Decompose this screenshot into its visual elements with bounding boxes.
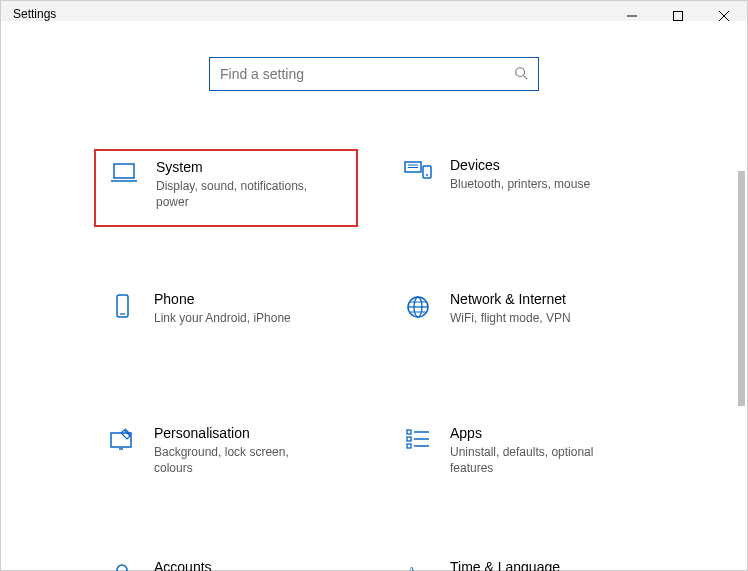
tile-text: Devices Bluetooth, printers, mouse: [438, 157, 590, 192]
tile-title: System: [156, 159, 324, 175]
content-area: System Display, sound, notifications, po…: [1, 21, 747, 571]
tile-time-language[interactable]: A字 Time & Language Speech, region, date: [390, 551, 654, 571]
minimize-icon: [627, 11, 637, 21]
window-title: Settings: [13, 1, 56, 21]
svg-line-5: [524, 75, 528, 79]
tile-text: Time & Language Speech, region, date: [438, 559, 561, 571]
tile-desc: Bluetooth, printers, mouse: [450, 176, 590, 192]
titlebar: Settings: [1, 1, 747, 21]
apps-list-icon: [398, 425, 438, 451]
person-icon: [102, 559, 142, 571]
phone-icon: [102, 291, 142, 321]
tile-network[interactable]: Network & Internet WiFi, flight mode, VP…: [390, 283, 654, 361]
globe-icon: [398, 291, 438, 321]
tile-title: Network & Internet: [450, 291, 571, 307]
tile-phone[interactable]: Phone Link your Android, iPhone: [94, 283, 358, 361]
close-icon: [719, 11, 729, 21]
tile-desc: Background, lock screen, colours: [154, 444, 322, 476]
tile-title: Apps: [450, 425, 618, 441]
svg-rect-6: [114, 164, 134, 178]
maximize-icon: [673, 11, 683, 21]
search-box[interactable]: [209, 57, 539, 91]
tile-text: System Display, sound, notifications, po…: [144, 159, 324, 210]
svg-rect-25: [407, 444, 411, 448]
devices-icon: [398, 157, 438, 183]
svg-point-4: [516, 67, 525, 76]
tile-system[interactable]: System Display, sound, notifications, po…: [94, 149, 358, 227]
tile-desc: Uninstall, defaults, optional features: [450, 444, 618, 476]
tile-desc: Link your Android, iPhone: [154, 310, 291, 326]
settings-grid: System Display, sound, notifications, po…: [94, 149, 654, 571]
tile-desc: Display, sound, notifications, power: [156, 178, 324, 210]
scrollbar-thumb[interactable]: [738, 171, 745, 406]
search-icon: [514, 66, 528, 83]
laptop-icon: [104, 159, 144, 185]
tile-text: Accounts Your accounts, email, sync, wor…: [142, 559, 322, 571]
tile-title: Accounts: [154, 559, 322, 571]
svg-rect-20: [111, 433, 131, 447]
tile-text: Phone Link your Android, iPhone: [142, 291, 291, 326]
tile-title: Devices: [450, 157, 590, 173]
tile-text: Apps Uninstall, defaults, optional featu…: [438, 425, 618, 476]
svg-rect-9: [423, 166, 431, 178]
svg-text:A: A: [407, 563, 417, 571]
tile-title: Time & Language: [450, 559, 561, 571]
svg-rect-24: [407, 437, 411, 441]
tile-devices[interactable]: Devices Bluetooth, printers, mouse: [390, 149, 654, 227]
tile-desc: WiFi, flight mode, VPN: [450, 310, 571, 326]
svg-rect-23: [407, 430, 411, 434]
paint-icon: [102, 425, 142, 453]
tile-title: Phone: [154, 291, 291, 307]
tile-text: Personalisation Background, lock screen,…: [142, 425, 322, 476]
svg-rect-1: [674, 12, 683, 21]
svg-point-29: [117, 565, 127, 571]
search-input[interactable]: [220, 66, 514, 82]
tile-apps[interactable]: Apps Uninstall, defaults, optional featu…: [390, 417, 654, 495]
settings-window: Settings Sy: [0, 0, 748, 571]
svg-point-10: [426, 174, 428, 176]
tile-text: Network & Internet WiFi, flight mode, VP…: [438, 291, 571, 326]
language-icon: A字: [398, 559, 438, 571]
tile-personalisation[interactable]: Personalisation Background, lock screen,…: [94, 417, 358, 495]
tile-title: Personalisation: [154, 425, 322, 441]
tile-accounts[interactable]: Accounts Your accounts, email, sync, wor…: [94, 551, 358, 571]
